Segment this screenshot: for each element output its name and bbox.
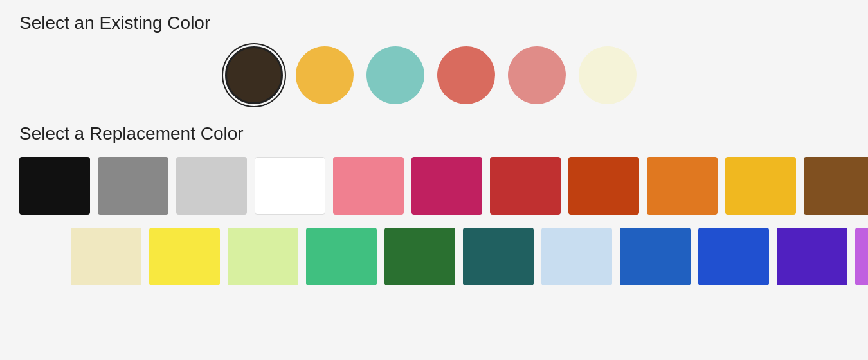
sq-brown[interactable]: [804, 157, 868, 215]
existing-colors-section: Select an Existing Color: [19, 13, 849, 104]
replacement-row-1: [19, 157, 849, 215]
sq-yellow-bright[interactable]: [149, 228, 220, 285]
sq-green-dark[interactable]: [384, 228, 455, 285]
sq-teal-dark[interactable]: [463, 228, 534, 285]
sq-gray-dark[interactable]: [98, 157, 168, 215]
replacement-row-2: [19, 228, 849, 285]
sq-blue-medium[interactable]: [620, 228, 691, 285]
sq-gray-light[interactable]: [176, 157, 247, 215]
sq-white[interactable]: [255, 157, 325, 215]
existing-colors-title: Select an Existing Color: [19, 13, 849, 33]
circle-cream[interactable]: [579, 46, 637, 104]
circle-yellow[interactable]: [296, 46, 354, 104]
sq-crimson[interactable]: [411, 157, 482, 215]
replacement-colors-section: Select a Replacement Color: [19, 123, 849, 285]
sq-pink-light[interactable]: [333, 157, 404, 215]
sq-blue-light[interactable]: [541, 228, 612, 285]
sq-orange[interactable]: [647, 157, 718, 215]
circle-salmon[interactable]: [437, 46, 495, 104]
circle-teal[interactable]: [366, 46, 424, 104]
sq-blue-royal[interactable]: [698, 228, 769, 285]
circle-pink[interactable]: [508, 46, 566, 104]
sq-red[interactable]: [490, 157, 561, 215]
sq-yellow[interactable]: [725, 157, 796, 215]
sq-orange-dark[interactable]: [568, 157, 639, 215]
sq-indigo[interactable]: [777, 228, 847, 285]
sq-cream[interactable]: [71, 228, 141, 285]
sq-green-medium[interactable]: [306, 228, 377, 285]
sq-lime[interactable]: [228, 228, 298, 285]
existing-colors-row: [19, 46, 849, 104]
replacement-colors-title: Select a Replacement Color: [19, 123, 849, 144]
sq-black[interactable]: [19, 157, 90, 215]
sq-purple[interactable]: [855, 228, 868, 285]
circle-brown[interactable]: [225, 46, 283, 104]
